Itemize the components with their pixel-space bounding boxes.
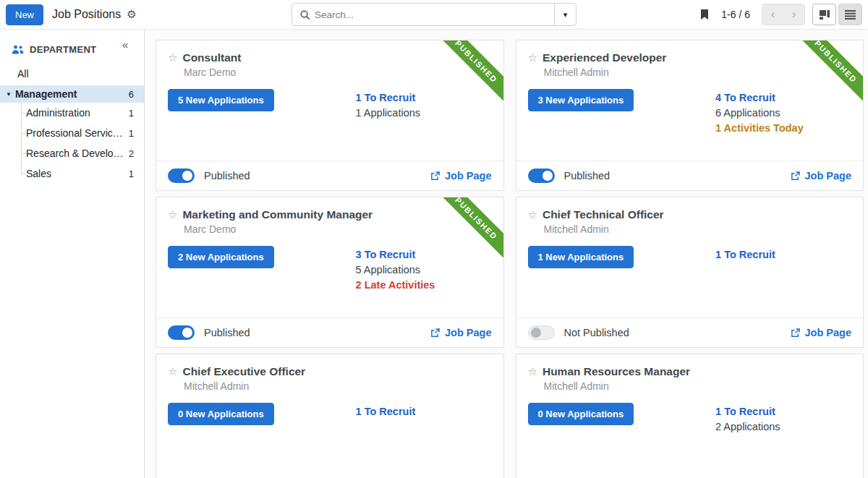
to-recruit-stat[interactable]: 1 To Recruit (715, 404, 851, 419)
job-page-label: Job Page (805, 170, 851, 182)
external-link-icon (430, 171, 440, 181)
favorite-star-icon[interactable]: ☆ (168, 208, 177, 221)
published-toggle[interactable] (168, 325, 195, 340)
sidebar-children: Administration 1 Professional Servic… 1 … (0, 103, 144, 184)
new-button[interactable]: New (6, 4, 43, 25)
department-sidebar: « DEPARTMENT All ▼ Management 6 Administ… (0, 30, 145, 478)
sidebar-child-count: 2 (129, 148, 134, 159)
applications-stat: 2 Applications (715, 419, 851, 435)
view-switcher (812, 4, 862, 25)
job-page-label: Job Page (805, 327, 851, 338)
sidebar-child-label: Professional Servic… (26, 127, 123, 139)
sidebar-group-label: Management (15, 88, 77, 100)
job-title[interactable]: Chief Technical Officer (542, 208, 664, 221)
job-title[interactable]: Experienced Developer (542, 51, 666, 64)
job-card-chief-technical-officer[interactable]: ☆ Chief Technical Officer Mitchell Admin… (516, 197, 864, 348)
favorite-star-icon[interactable]: ☆ (528, 365, 537, 378)
sidebar-child-count: 1 (129, 168, 134, 179)
job-page-link[interactable]: Job Page (430, 170, 491, 182)
job-recruiter: Marc Demo (184, 67, 492, 78)
job-card-chief-executive-officer[interactable]: ☆ Chief Executive Officer Mitchell Admin… (156, 354, 504, 478)
pager-nav: ‹ › (762, 4, 805, 25)
job-card-marketing-community-manager[interactable]: PUBLISHED ☆ Marketing and Community Mana… (156, 197, 504, 348)
job-title[interactable]: Consultant (182, 51, 241, 64)
sidebar-child-label: Administration (26, 107, 90, 119)
job-card-human-resources-manager[interactable]: ☆ Human Resources Manager Mitchell Admin… (516, 354, 864, 478)
job-card-experienced-developer[interactable]: PUBLISHED ☆ Experienced Developer Mitche… (516, 40, 864, 191)
job-recruiter: Mitchell Admin (544, 380, 852, 392)
new-applications-button[interactable]: 2 New Applications (168, 246, 274, 268)
caret-expanded-icon[interactable]: ▼ (6, 91, 12, 98)
sidebar-child-count: 1 (129, 128, 134, 139)
pager-next-button[interactable]: › (783, 4, 804, 25)
published-toggle[interactable] (168, 168, 195, 183)
sidebar-item-administration[interactable]: Administration 1 (0, 103, 144, 123)
job-card-consultant[interactable]: PUBLISHED ☆ Consultant Marc Demo 5 New A… (156, 40, 504, 191)
kanban-grid: PUBLISHED ☆ Consultant Marc Demo 5 New A… (156, 40, 864, 478)
job-recruiter: Marc Demo (184, 223, 492, 235)
applications-stat: 1 Applications (356, 106, 492, 121)
favorite-star-icon[interactable]: ☆ (528, 51, 537, 64)
new-applications-button[interactable]: 3 New Applications (528, 89, 634, 111)
kanban-view-icon (819, 9, 830, 20)
to-recruit-stat[interactable]: 1 To Recruit (715, 247, 851, 263)
external-link-icon (791, 171, 800, 181)
published-toggle[interactable] (528, 325, 555, 340)
to-recruit-stat[interactable]: 3 To Recruit (356, 247, 492, 263)
kanban-content: PUBLISHED ☆ Consultant Marc Demo 5 New A… (145, 30, 868, 478)
job-page-label: Job Page (445, 170, 491, 182)
new-applications-button[interactable]: 0 New Applications (168, 403, 274, 425)
search-icon (299, 9, 310, 20)
applications-stat: 5 Applications (356, 263, 492, 278)
favorite-star-icon[interactable]: ☆ (168, 51, 177, 64)
job-page-label: Job Page (445, 327, 491, 338)
published-label: Not Published (564, 327, 629, 338)
sidebar-item-sales[interactable]: Sales 1 (0, 163, 144, 184)
job-title[interactable]: Chief Executive Officer (182, 365, 305, 378)
topbar-right: 1-6 / 6 ‹ › (699, 4, 862, 25)
to-recruit-stat[interactable]: 1 To Recruit (356, 404, 492, 419)
search-dropdown-toggle[interactable]: ▾ (554, 4, 576, 25)
sidebar-group-count: 6 (129, 89, 134, 100)
list-view-button[interactable] (838, 4, 862, 25)
job-recruiter: Mitchell Admin (184, 380, 492, 392)
sidebar-collapse-icon[interactable]: « (122, 38, 128, 51)
external-link-icon (430, 328, 440, 338)
favorite-star-icon[interactable]: ☆ (528, 208, 537, 221)
favorite-star-icon[interactable]: ☆ (168, 365, 177, 378)
job-page-link[interactable]: Job Page (430, 327, 491, 338)
search-box[interactable]: ▾ (292, 3, 576, 26)
late-activities-stat[interactable]: 2 Late Activities (356, 278, 492, 293)
sidebar-item-professional-services[interactable]: Professional Servic… 1 (0, 123, 144, 143)
sidebar-child-label: Sales (26, 168, 51, 179)
list-view-icon (845, 9, 856, 20)
job-title[interactable]: Human Resources Manager (542, 365, 690, 378)
gear-icon[interactable]: ⚙ (127, 8, 136, 21)
job-page-link[interactable]: Job Page (791, 327, 851, 338)
sidebar-item-all[interactable]: All (0, 62, 144, 85)
sidebar-item-management[interactable]: ▼ Management 6 (0, 85, 144, 103)
job-page-link[interactable]: Job Page (791, 170, 851, 182)
job-title[interactable]: Marketing and Community Manager (182, 208, 373, 221)
pager-previous-button[interactable]: ‹ (762, 4, 783, 25)
to-recruit-stat[interactable]: 1 To Recruit (356, 90, 492, 106)
published-label: Published (564, 170, 610, 182)
to-recruit-stat[interactable]: 4 To Recruit (715, 90, 851, 106)
external-link-icon (791, 328, 800, 338)
sidebar-child-count: 1 (129, 108, 134, 119)
bookmark-icon[interactable] (699, 9, 710, 20)
kanban-view-button[interactable] (812, 4, 836, 25)
applications-stat: 6 Applications (715, 106, 851, 121)
department-users-icon (12, 45, 24, 55)
published-toggle[interactable] (528, 168, 555, 183)
sidebar-child-label: Research & Develo… (26, 148, 124, 159)
sidebar-item-research-development[interactable]: Research & Develo… 2 (0, 143, 144, 163)
new-applications-button[interactable]: 5 New Applications (168, 89, 274, 111)
new-applications-button[interactable]: 0 New Applications (528, 403, 634, 425)
new-applications-button[interactable]: 1 New Applications (528, 246, 634, 268)
search-input[interactable] (315, 9, 554, 20)
pager-count: 1-6 / 6 (721, 9, 750, 20)
caret-down-icon: ▾ (563, 10, 568, 20)
top-bar: New Job Positions ⚙ ▾ 1-6 / 6 ‹ › (0, 0, 868, 30)
activities-today-stat[interactable]: 1 Activities Today (715, 121, 851, 136)
